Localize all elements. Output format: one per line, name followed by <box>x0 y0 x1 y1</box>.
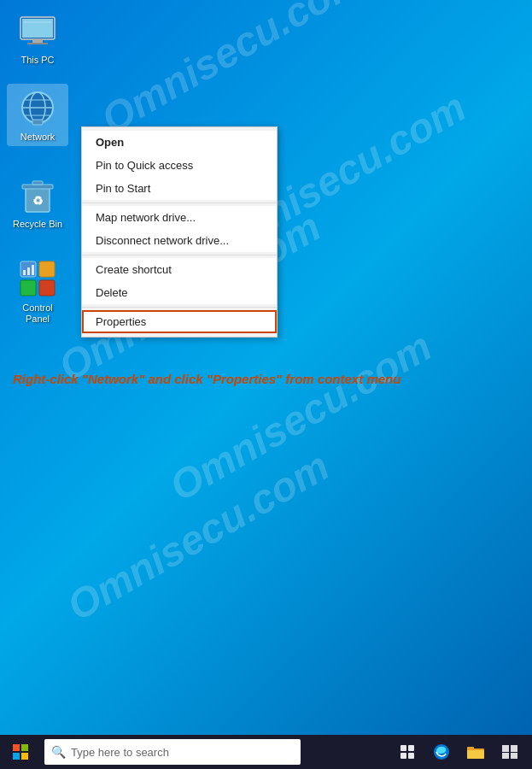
network-label: Network <box>20 132 55 143</box>
search-icon: 🔍 <box>51 745 66 759</box>
svg-rect-29 <box>400 745 406 751</box>
recycle-bin-icon-image: ♻ <box>17 174 58 215</box>
svg-rect-18 <box>39 280 55 296</box>
svg-rect-40 <box>511 753 517 759</box>
svg-rect-28 <box>21 753 28 760</box>
svg-rect-16 <box>39 261 55 277</box>
svg-rect-13 <box>32 181 43 185</box>
network-desktop-icon[interactable]: Network <box>7 84 68 146</box>
svg-rect-32 <box>408 753 414 759</box>
recycle-bin-desktop-icon[interactable]: ♻ Recycle Bin <box>7 171 68 233</box>
context-menu-disconnect[interactable]: Disconnect network drive... <box>82 229 277 252</box>
svg-rect-3 <box>27 43 48 44</box>
svg-rect-30 <box>408 745 414 751</box>
control-panel-desktop-icon[interactable]: Control Panel <box>7 255 68 328</box>
edge-browser-icon[interactable] <box>426 735 457 769</box>
context-menu: Open Pin to Quick access Pin to Start Ma… <box>81 126 278 338</box>
context-menu-pin-quick[interactable]: Pin to Quick access <box>82 154 277 177</box>
svg-rect-36 <box>467 747 474 750</box>
context-menu-properties[interactable]: Properties <box>82 310 277 333</box>
context-menu-delete[interactable]: Delete <box>82 281 277 304</box>
this-pc-label: This PC <box>20 55 54 66</box>
context-menu-sep1 <box>82 203 277 203</box>
context-menu-create-shortcut[interactable]: Create shortcut <box>82 258 277 281</box>
taskbar-right-area <box>392 735 532 769</box>
taskbar: 🔍 Type here to search <box>0 735 532 769</box>
network-icon-image <box>17 87 58 128</box>
context-menu-sep3 <box>82 307 277 308</box>
svg-rect-26 <box>21 744 28 751</box>
search-bar[interactable]: 🔍 Type here to search <box>44 739 301 765</box>
svg-rect-27 <box>13 753 20 760</box>
svg-rect-21 <box>32 265 34 275</box>
svg-rect-10 <box>32 120 43 125</box>
svg-rect-35 <box>467 750 484 759</box>
task-view-button[interactable] <box>392 735 423 769</box>
watermark-text-5: Omnisecu.com <box>59 443 337 631</box>
windows-icon[interactable] <box>494 735 525 769</box>
context-menu-pin-start[interactable]: Pin to Start <box>82 177 277 200</box>
watermark: Omnisecu.com Omnisecu.com Omnisecu.com O… <box>0 0 532 735</box>
svg-rect-39 <box>502 753 509 759</box>
recycle-bin-label: Recycle Bin <box>13 219 62 230</box>
svg-rect-37 <box>502 745 509 752</box>
file-explorer-icon[interactable] <box>460 735 491 769</box>
svg-rect-17 <box>20 280 36 296</box>
svg-rect-19 <box>23 270 26 275</box>
watermark-text-1: Omnisecu.com <box>93 0 371 143</box>
context-menu-sep2 <box>82 255 277 255</box>
context-menu-open[interactable]: Open <box>82 131 277 154</box>
search-input-placeholder: Type here to search <box>71 746 169 759</box>
control-panel-icon-image <box>17 258 58 299</box>
svg-text:♻: ♻ <box>32 194 44 208</box>
watermark-text-4: Omnisecu.com <box>161 323 440 511</box>
svg-rect-12 <box>22 185 53 189</box>
context-menu-map-drive[interactable]: Map network drive... <box>82 206 277 229</box>
svg-rect-1 <box>22 19 53 38</box>
this-pc-desktop-icon[interactable]: This PC <box>7 7 68 69</box>
start-button[interactable] <box>0 735 41 769</box>
this-pc-icon-image <box>17 10 58 51</box>
control-panel-label: Control Panel <box>10 302 65 325</box>
svg-rect-31 <box>400 753 406 759</box>
svg-rect-20 <box>27 267 30 275</box>
svg-rect-2 <box>32 39 43 43</box>
desktop: Omnisecu.com Omnisecu.com Omnisecu.com O… <box>0 0 532 735</box>
svg-rect-25 <box>13 744 20 751</box>
svg-rect-38 <box>511 745 517 752</box>
instruction-text: Right-click "Network" and click "Propert… <box>13 372 400 386</box>
